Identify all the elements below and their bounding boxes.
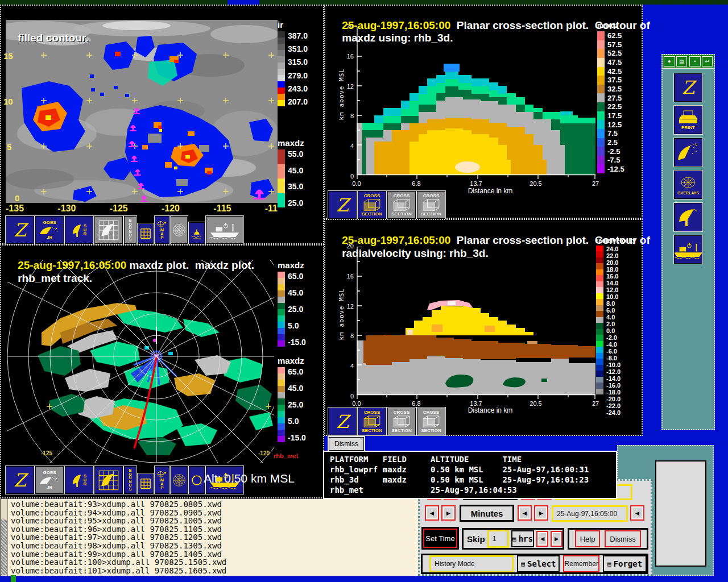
goes-button[interactable]: GOES.IR <box>35 466 64 494</box>
print-button[interactable]: PRINT <box>674 106 702 134</box>
gridradar-button[interactable] <box>94 466 123 494</box>
zeb-button[interactable]: Z <box>6 466 34 494</box>
colorbar-value: 7.5 <box>607 129 624 138</box>
colorbar-value: 10.0 <box>606 293 621 300</box>
y-tick: 0 <box>350 173 354 180</box>
radar-plot-subtitle: rhb_met track. <box>6 260 92 297</box>
skip-forward-button[interactable]: ► <box>551 531 562 547</box>
skip-back-button[interactable]: ◄ <box>536 531 548 547</box>
radar-colorbar-a: maxdz 65.045.025.05.0-15.0 <box>278 260 306 347</box>
table-dismiss-button[interactable]: Dismiss <box>329 437 364 451</box>
svg-text:Z: Z <box>14 219 29 241</box>
colorbar-value: 45.0 <box>288 384 306 393</box>
skip-group: Skip 1 hrs ◄ ► <box>462 528 564 550</box>
colorbar-value: -6.0 <box>606 348 621 355</box>
zeb-button[interactable]: Z <box>6 216 34 244</box>
colorbar-value: -16.0 <box>606 382 621 389</box>
bounds-button[interactable]: BOUNDS <box>124 466 136 494</box>
x-tick: 6.8 <box>406 400 427 407</box>
y-tick: 12 <box>347 303 354 310</box>
colorbar-value: 243.0 <box>288 84 308 93</box>
arrow-right-icon: ► <box>445 509 452 517</box>
colorbar-value: -2.0 <box>606 334 621 341</box>
terminal-output[interactable]: volume:beaufait:93>xdump.all 970825.0805… <box>11 500 417 575</box>
terminal-line: volume:beaufait:94>xdump.all 970825.0905… <box>11 509 417 517</box>
y-tick: 0 <box>15 193 19 203</box>
time-back-button[interactable]: ◄ <box>518 505 532 521</box>
gridradar-button[interactable] <box>94 216 123 244</box>
xsec-button[interactable]: CROSSSECTION <box>417 408 445 435</box>
colorbar-value: 0.0 <box>606 327 621 334</box>
smallgrid-button[interactable] <box>138 473 154 494</box>
arrow-right-icon: ► <box>553 535 560 543</box>
rings-button[interactable] <box>171 466 188 494</box>
colorbar-value: -8.0 <box>606 355 621 361</box>
buoy-button[interactable] <box>189 222 205 244</box>
smallgrid-button[interactable] <box>138 223 154 244</box>
zeb-button[interactable]: Z <box>328 191 357 219</box>
time-forward-button[interactable]: ► <box>534 505 548 521</box>
satellite-button[interactable] <box>674 138 702 167</box>
x-tick: -130 <box>57 203 76 214</box>
colorbar-value: 387.0 <box>288 31 308 40</box>
forget-button[interactable]: Forget <box>603 555 647 572</box>
terminal-scrollbar[interactable] <box>1 499 8 576</box>
history-mode-field[interactable]: History Mode <box>429 555 514 572</box>
colorbar-value: -15.0 <box>288 338 306 347</box>
terminal-cursor <box>11 575 16 582</box>
colorbar-value: -20.0 <box>606 396 621 402</box>
select-button[interactable]: Select <box>517 555 560 572</box>
icon-toolbox-window: ● ▤ icon • ↩ ZPRINTOVERLAYS <box>661 54 715 430</box>
circle-button[interactable] <box>189 466 205 494</box>
terminal-line: volume:beaufait:98>xdump.all 970825.1305… <box>11 542 417 550</box>
zeb-button[interactable]: Z <box>328 408 357 435</box>
terminal-line: volume:beaufait:95>xdump.all 970825.1005… <box>11 517 417 525</box>
window-dot-icon[interactable]: • <box>689 56 701 66</box>
map-button[interactable]: MAP <box>155 466 169 494</box>
history-group: History Mode Select Remember Forget <box>421 554 648 574</box>
xsec-button[interactable]: CROSSSECTION <box>387 408 416 435</box>
overlays-button[interactable]: OVERLAYS <box>674 171 702 199</box>
time-back2-button[interactable]: ◄ <box>630 505 644 521</box>
x-tick: -11 <box>265 203 278 214</box>
xsec-button[interactable]: CROSSSECTION <box>358 408 386 435</box>
ir-colorbar: ir 387.0351.0315.0279.0243.0207.0 <box>278 20 308 106</box>
xsec-button[interactable]: CROSSSECTION <box>358 191 386 219</box>
xsec-button[interactable]: CROSSSECTION <box>387 191 416 219</box>
colorbar-value: 25.0 <box>288 400 306 409</box>
rings-button[interactable] <box>171 216 188 244</box>
sur-button[interactable]: SUR <box>65 466 93 494</box>
remember-button[interactable]: Remember <box>563 555 599 572</box>
window-doc-icon[interactable]: ▤ <box>676 56 688 66</box>
goes-button[interactable]: GOES.IR <box>35 216 64 244</box>
skip-input[interactable]: 1 <box>487 530 509 548</box>
minutes-forward-button[interactable]: ► <box>441 505 456 521</box>
set-time-button[interactable]: Set Time <box>423 529 457 548</box>
ship-button[interactable] <box>674 235 702 264</box>
help-button[interactable]: Help <box>575 530 600 547</box>
arrow-right-icon: ► <box>538 509 545 517</box>
minutes-back-button[interactable]: ◄ <box>425 505 439 521</box>
icon-window-titlebar[interactable]: ● ▤ icon • ↩ <box>663 55 714 69</box>
terminal-scrollbar-thumb[interactable] <box>1 519 7 575</box>
terminal-window[interactable]: volume:beaufait:93>xdump.all 970825.0805… <box>0 498 421 576</box>
arrow-left-icon: ◄ <box>522 509 528 517</box>
y-tick: 8 <box>350 113 354 119</box>
window-iconify-icon[interactable]: ↩ <box>702 56 713 66</box>
colorbar-value: 14.0 <box>606 280 621 286</box>
terminal-line: volume:beaufait:93>xdump.all 970825.0805… <box>11 500 417 509</box>
map-button[interactable]: MAP <box>155 216 169 244</box>
x-tick: -125 <box>110 203 128 214</box>
ship-button[interactable] <box>206 216 243 244</box>
colorbar-value: 2.0 <box>606 321 621 327</box>
dish-button[interactable] <box>674 203 702 231</box>
xsec-radial-colorbar: radialvelocity 24.022.020.018.016.014.01… <box>596 237 636 394</box>
window-menu-icon[interactable]: ● <box>664 56 675 66</box>
xsec-button[interactable]: CROSSSECTION <box>417 191 445 219</box>
sur-button[interactable]: SUR <box>65 216 93 244</box>
bounds-button[interactable]: BOUNDS <box>124 216 136 244</box>
units-dropdown[interactable]: hrs <box>511 530 535 547</box>
time-input[interactable]: 25-Aug-97,16:05:00 <box>552 505 628 522</box>
dismiss-button[interactable]: Dismiss <box>605 530 641 547</box>
zeb-button[interactable]: Z <box>674 73 702 102</box>
